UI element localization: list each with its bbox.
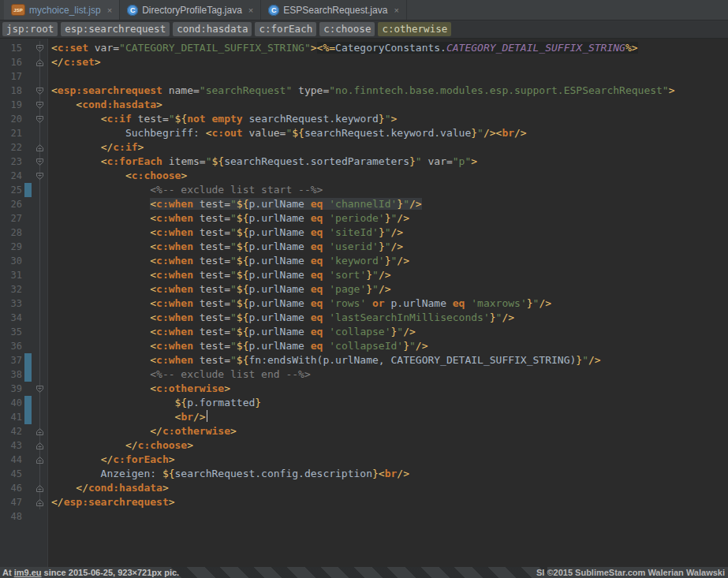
fold-end-icon[interactable] [32,55,48,69]
line-number: 26 [0,197,22,211]
code-line[interactable]: 34 <c:when test="${p.urlName eq 'lastSea… [0,311,728,325]
fold-end-icon[interactable] [32,495,48,509]
gutter-space [22,98,32,112]
code-line[interactable]: 23 <c:forEach items="${searchRequest.sor… [0,155,728,169]
line-number: 25 [0,183,22,197]
gutter-space [22,282,32,296]
code-line[interactable]: 24 <c:choose> [0,169,728,183]
code-line[interactable]: 42 </c:otherwise> [0,424,728,438]
gutter-space [22,254,32,268]
code-text: <c:when test="${p.urlName eq 'lastSearch… [48,311,514,325]
code-line[interactable]: 18<esp:searchrequest name="searchRequest… [0,84,728,98]
fold-space [32,254,48,268]
code-line[interactable]: 43 </c:choose> [0,438,728,453]
fold-end-icon[interactable] [32,424,48,438]
fold-end-icon[interactable] [32,438,48,453]
code-line[interactable]: 36 <c:when test="${p.urlName eq 'collaps… [0,339,728,353]
code-line[interactable]: 25 <%-- exclude list start --%> [0,183,728,197]
close-icon[interactable]: × [394,6,398,15]
code-line[interactable]: 44 </c:forEach> [0,453,728,467]
code-line[interactable]: 33 <c:when test="${p.urlName eq 'rows' o… [0,296,728,311]
gutter-space [22,424,32,438]
fold-start-icon[interactable] [32,112,48,126]
code-line[interactable]: 37 <c:when test="${fn:endsWith(p.urlName… [0,353,728,367]
fold-space [32,226,48,240]
fold-end-icon[interactable] [32,481,48,495]
fold-start-icon[interactable] [32,98,48,112]
fold-start-icon[interactable] [32,41,48,55]
code-text: <c:when test="${p.urlName eq 'collapse'}… [48,325,416,339]
line-number: 27 [0,211,22,226]
fold-end-icon[interactable] [32,453,48,467]
code-text: <c:when test="${p.urlName eq 'userid'}"/… [48,240,403,254]
im9-link[interactable]: im9.eu [14,568,42,577]
code-line[interactable]: 17 [0,69,728,84]
code-line[interactable]: 19 <cond:hasdata> [0,98,728,112]
status-left-text: At im9.eu since 2015-06-25, 923×721px pi… [2,568,179,577]
code-line[interactable]: 39 <c:otherwise> [0,382,728,396]
code-line[interactable]: 26 <c:when test="${p.urlName eq 'channel… [0,197,728,211]
code-text: <c:when test="${p.urlName eq 'channelId'… [48,197,422,211]
code-line[interactable]: 27 <c:when test="${p.urlName eq 'periode… [0,211,728,226]
breadcrumb-c-otherwise[interactable]: c:otherwise [378,22,451,36]
code-text: <c:when test="${p.urlName eq 'collapseId… [48,339,427,353]
code-line[interactable]: 16</c:set> [0,55,728,69]
code-editor[interactable]: 15<c:set var="CATEGORY_DETAIL_SUFFIX_STR… [0,39,728,567]
code-text: <c:when test="${p.urlName eq 'page'}"/> [48,282,391,296]
code-line[interactable]: 15<c:set var="CATEGORY_DETAIL_SUFFIX_STR… [0,41,728,55]
code-text: <cond:hasdata> [48,98,162,112]
breadcrumb-c-foreach[interactable]: c:forEach [255,22,316,36]
line-number: 34 [0,311,22,325]
code-line[interactable]: 46 </cond:hasdata> [0,481,728,495]
code-line[interactable]: 32 <c:when test="${p.urlName eq 'page'}"… [0,282,728,296]
tab-label: DirectoryProfileTag.java [142,5,242,16]
line-number: 17 [0,69,22,84]
close-icon[interactable]: × [248,6,253,15]
code-text: <c:otherwise> [48,382,230,396]
code-line[interactable]: 22 </c:if> [0,140,728,155]
fold-start-icon[interactable] [32,169,48,183]
line-number: 16 [0,55,22,69]
code-line[interactable]: 35 <c:when test="${p.urlName eq 'collaps… [0,325,728,339]
line-number: 22 [0,140,22,155]
fold-space [32,268,48,282]
code-line[interactable]: 41 <br/> [0,410,728,424]
gutter-space [22,126,32,140]
close-icon[interactable]: × [107,6,112,15]
line-number: 20 [0,112,22,126]
tab-mychoice-list-jsp[interactable]: JSP mychoice_list.jsp × [4,0,120,20]
code-line[interactable]: 28 <c:when test="${p.urlName eq 'siteId'… [0,226,728,240]
code-line[interactable]: 48 [0,509,728,524]
breadcrumb-c-choose[interactable]: c:choose [319,22,375,36]
code-text: <c:when test="${fn:endsWith(p.urlName, C… [48,353,601,367]
code-line[interactable]: 29 <c:when test="${p.urlName eq 'userid'… [0,240,728,254]
code-line[interactable]: 31 <c:when test="${p.urlName eq 'sort'}"… [0,268,728,282]
fold-start-icon[interactable] [32,84,48,98]
code-line[interactable]: 20 <c:if test="${not empty searchRequest… [0,112,728,126]
status-bar: At im9.eu since 2015-06-25, 923×721px pi… [0,567,728,578]
fold-start-icon[interactable] [32,382,48,396]
gutter-space [22,268,32,282]
code-text: <c:forEach items="${searchRequest.sorted… [48,155,477,169]
code-line[interactable]: 45 Anzeigen: ${searchRequest.config.desc… [0,467,728,481]
fold-start-icon[interactable] [32,155,48,169]
code-line[interactable]: 21 Suchbegriff: <c:out value="${searchRe… [0,126,728,140]
code-line[interactable]: 30 <c:when test="${p.urlName eq 'keyword… [0,254,728,268]
gutter-space [22,55,32,69]
fold-end-icon[interactable] [32,140,48,155]
highlighted-occurrence: <c:when test="${p.urlName eq 'channelId'… [150,198,421,210]
fold-space [32,296,48,311]
tab-directoryprofiletag-java[interactable]: C DirectoryProfileTag.java × [120,0,261,20]
line-number: 24 [0,169,22,183]
line-number: 29 [0,240,22,254]
breadcrumb-cond-hasdata[interactable]: cond:hasdata [173,22,252,36]
breadcrumb-jsp-root[interactable]: jsp:root [2,22,58,36]
change-marker [22,367,32,382]
tab-label: mychoice_list.jsp [29,5,101,16]
code-text: </cond:hasdata> [48,481,169,495]
code-line[interactable]: 47</esp:searchrequest> [0,495,728,509]
code-line[interactable]: 38 <%-- exclude list end --%> [0,367,728,382]
tab-espsearchrequest-java[interactable]: C ESPSearchRequest.java × [261,0,407,20]
code-line[interactable]: 40 ${p.formatted} [0,396,728,410]
breadcrumb-esp-searchrequest[interactable]: esp:searchrequest [61,22,170,36]
